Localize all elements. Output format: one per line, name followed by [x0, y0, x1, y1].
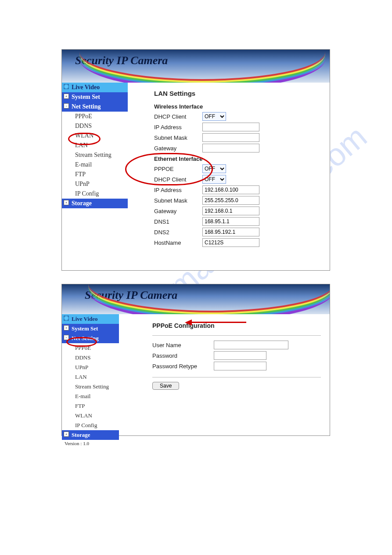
- sidebar-item-ftp[interactable]: FTP: [62, 170, 128, 179]
- label-wireless-dhcp: DHCP Client: [154, 113, 202, 120]
- screenshot-lan-settings: Security IP Camera Live Video + System S…: [61, 49, 330, 271]
- sidebar-item-label: Live Video: [72, 84, 100, 91]
- sidebar-item-system-set[interactable]: + System Set: [62, 92, 128, 102]
- save-button[interactable]: Save: [152, 382, 179, 390]
- sidebar-item-label: FTP: [75, 171, 86, 178]
- rainbow-swoosh-icon: [88, 301, 330, 314]
- label-user-name: User Name: [152, 342, 214, 348]
- sidebar-item-label: IP Config: [75, 190, 99, 197]
- eth-hostname-input[interactable]: [202, 238, 259, 247]
- banner: Security IP Camera: [62, 284, 330, 314]
- page-title: PPPoE Configuration: [152, 322, 321, 329]
- rainbow-swoosh-icon: [79, 69, 325, 83]
- password-retype-input[interactable]: [214, 362, 266, 370]
- page-title: LAN Settings: [154, 90, 321, 97]
- sidebar-item-label: FTP: [75, 403, 85, 409]
- sidebar-item-label: DDNS: [75, 354, 90, 361]
- eth-mask-input[interactable]: [202, 196, 259, 205]
- collapse-icon: -: [64, 103, 69, 109]
- sidebar-item-ip-config[interactable]: IP Config: [62, 421, 119, 430]
- label-eth-dns1: DNS1: [154, 218, 202, 225]
- sidebar-item-system-set[interactable]: + System Set: [62, 324, 119, 334]
- camera-icon: [64, 84, 69, 89]
- eth-dns1-input[interactable]: [202, 217, 259, 226]
- label-wireless-gw: Gateway: [154, 145, 202, 152]
- user-name-input[interactable]: [214, 341, 288, 349]
- sidebar-item-label: E-mail: [75, 161, 92, 168]
- password-input[interactable]: [214, 351, 266, 360]
- label-eth-mask: Subnet Mask: [154, 197, 202, 204]
- wireless-mask-input[interactable]: [202, 133, 259, 142]
- sidebar-item-ip-config[interactable]: IP Config: [62, 189, 128, 199]
- label-password: Password: [152, 352, 214, 359]
- screenshot-pppoe-config: Security IP Camera Live Video + System S…: [61, 284, 330, 436]
- sidebar: Live Video + System Set - Net Setting PP…: [62, 83, 128, 253]
- eth-gw-input[interactable]: [202, 207, 259, 215]
- section-wireless: Wireless Interface: [154, 103, 321, 110]
- label-eth-hostname: HostName: [154, 239, 202, 246]
- divider: [152, 335, 321, 336]
- sidebar-item-pppoe[interactable]: PPPoE: [62, 343, 119, 353]
- sidebar-item-lan[interactable]: LAN: [62, 141, 128, 150]
- sidebar-item-live-video[interactable]: Live Video: [62, 83, 128, 92]
- expand-icon: +: [64, 325, 69, 330]
- sidebar-item-wlan[interactable]: WLAN: [62, 411, 119, 421]
- sidebar-item-label: Live Video: [72, 316, 98, 322]
- sidebar-item-lan[interactable]: LAN: [62, 372, 119, 382]
- camera-icon: [64, 316, 69, 321]
- eth-pppoe-select[interactable]: OFF: [202, 164, 226, 173]
- sidebar-item-label: Stream Setting: [75, 383, 109, 390]
- sidebar-item-upnp[interactable]: UPnP: [62, 363, 119, 372]
- sidebar-item-label: Storage: [72, 200, 92, 207]
- sidebar-item-net-setting[interactable]: - Net Setting: [62, 334, 119, 343]
- wireless-dhcp-select[interactable]: OFF: [202, 112, 226, 121]
- sidebar-item-label: PPPoE: [75, 113, 92, 120]
- sidebar-item-ftp[interactable]: FTP: [62, 401, 119, 411]
- sidebar-item-pppoe[interactable]: PPPoE: [62, 112, 128, 121]
- banner: Security IP Camera: [62, 50, 330, 83]
- sidebar-item-label: UPnP: [75, 181, 90, 187]
- collapse-icon: -: [64, 335, 69, 340]
- sidebar-item-storage[interactable]: + Storage: [62, 430, 119, 440]
- label-wireless-ip: IP Address: [154, 124, 202, 131]
- sidebar-item-label: Stream Setting: [75, 152, 111, 158]
- sidebar-item-wlan[interactable]: WLAN: [62, 131, 128, 141]
- label-eth-ip: IP Address: [154, 187, 202, 193]
- wireless-ip-input[interactable]: [202, 123, 259, 131]
- expand-icon: +: [64, 200, 69, 205]
- divider: [152, 377, 321, 377]
- sidebar-item-live-video[interactable]: Live Video: [62, 314, 119, 324]
- sidebar-item-net-setting[interactable]: - Net Setting: [62, 102, 128, 112]
- sidebar-item-label: Storage: [72, 432, 90, 438]
- sidebar-item-label: LAN: [75, 374, 87, 380]
- sidebar-item-label: E-mail: [75, 393, 90, 399]
- eth-dns2-input[interactable]: [202, 228, 259, 236]
- label-wireless-mask: Subnet Mask: [154, 134, 202, 141]
- version-label: Version : 1.0: [62, 440, 119, 448]
- label-eth-pppoe: PPPOE: [154, 166, 202, 172]
- eth-ip-input[interactable]: [202, 185, 259, 194]
- main-content: LAN Settings Wireless Interface DHCP Cli…: [128, 83, 330, 253]
- sidebar-item-label: IP Config: [75, 422, 97, 428]
- label-eth-dhcp: DHCP Client: [154, 176, 202, 183]
- sidebar-item-label: PPPoE: [75, 345, 91, 351]
- label-eth-gw: Gateway: [154, 208, 202, 214]
- eth-dhcp-select[interactable]: OFF: [202, 175, 226, 184]
- label-password-retype: Password Retype: [152, 363, 214, 370]
- sidebar: Live Video + System Set - Net Setting PP…: [62, 314, 119, 448]
- sidebar-item-email[interactable]: E-mail: [62, 392, 119, 401]
- sidebar-item-stream-setting[interactable]: Stream Setting: [62, 150, 128, 160]
- sidebar-item-upnp[interactable]: UPnP: [62, 179, 128, 189]
- sidebar-item-stream-setting[interactable]: Stream Setting: [62, 382, 119, 392]
- sidebar-item-storage[interactable]: + Storage: [62, 199, 128, 208]
- sidebar-item-ddns[interactable]: DDNS: [62, 353, 119, 363]
- sidebar-item-ddns[interactable]: DDNS: [62, 121, 128, 131]
- sidebar-item-label: UPnP: [75, 364, 88, 370]
- wireless-gw-input[interactable]: [202, 144, 259, 152]
- expand-icon: +: [64, 94, 69, 99]
- sidebar-item-label: DDNS: [75, 123, 92, 129]
- section-ethernet: Ethernet Interface: [154, 156, 321, 162]
- label-eth-dns2: DNS2: [154, 229, 202, 236]
- sidebar-item-email[interactable]: E-mail: [62, 160, 128, 170]
- main-content: PPPoE Configuration User Name Password P…: [119, 314, 330, 448]
